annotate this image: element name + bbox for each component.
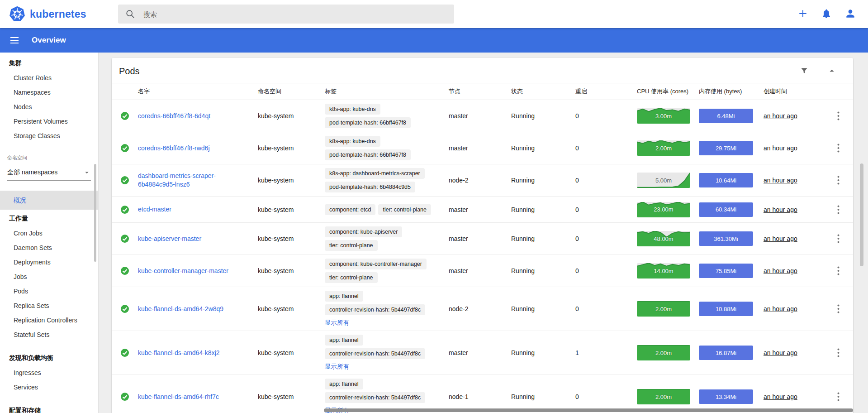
pod-label-chip: pod-template-hash: 66bff467f8 — [325, 117, 411, 128]
search-input[interactable] — [143, 5, 454, 24]
pod-cpu-cell: 2.00m — [637, 389, 699, 404]
sidebar-cluster-items: Cluster RolesNamespacesNodesPersistent V… — [0, 71, 98, 143]
pod-node: master — [449, 206, 511, 213]
pod-status: Running — [511, 112, 575, 120]
create-resource-button[interactable] — [797, 8, 808, 20]
sidebar-item[interactable]: Daemon Sets — [0, 240, 98, 255]
page-title: Overview — [32, 36, 66, 45]
row-menu-button[interactable] — [832, 203, 844, 216]
filter-icon[interactable] — [800, 66, 809, 77]
search-bar[interactable] — [118, 5, 454, 24]
cpu-usage-value: 5.00m — [637, 173, 690, 188]
row-menu-button[interactable] — [832, 264, 844, 277]
sidebar-item[interactable]: Pods — [0, 284, 98, 298]
column-header-node[interactable]: 节点 — [449, 87, 511, 96]
pod-created: an hour ago — [764, 177, 823, 184]
pod-label-chip: k8s-app: kube-dns — [325, 136, 380, 147]
column-header-status[interactable]: 状态 — [511, 87, 575, 96]
column-header-name[interactable]: 名字 — [138, 87, 258, 96]
column-header-created[interactable]: 创建时间 — [764, 87, 823, 96]
main-content: Pods 名字 命名空间 标签 节点 状 — [99, 53, 868, 413]
sidebar-item[interactable]: Cron Jobs — [0, 226, 98, 240]
notifications-bell-button[interactable] — [821, 8, 832, 20]
collapse-card-button[interactable] — [827, 66, 837, 77]
sidebar-item[interactable]: Replica Sets — [0, 298, 98, 313]
pod-name-link[interactable]: kube-flannel-ds-amd64-rhf7c — [138, 393, 219, 401]
vertical-scrollbar-thumb[interactable] — [860, 163, 863, 266]
sidebar-item[interactable]: Namespaces — [0, 85, 98, 100]
memory-usage-bar: 10.88Mi — [699, 302, 753, 316]
pod-label-chips: app: flannelcontroller-revision-hash: 5b… — [325, 379, 444, 403]
pod-table-row: kube-flannel-ds-amd64-k8xj2 kube-system … — [112, 331, 853, 375]
pod-node: master — [449, 112, 511, 120]
cpu-usage-sparkline: 23.00m — [637, 202, 690, 217]
status-ok-icon — [120, 176, 129, 185]
hamburger-menu-button[interactable] — [9, 35, 20, 46]
cpu-usage-sparkline: 3.00m — [637, 108, 690, 124]
sidebar-item[interactable]: Services — [0, 380, 98, 394]
pod-created: an hour ago — [764, 206, 823, 213]
pod-name-link[interactable]: coredns-66bff467f8-6d4qt — [138, 112, 210, 120]
column-header-namespace[interactable]: 命名空间 — [258, 87, 325, 96]
cpu-usage-value: 2.00m — [637, 301, 690, 317]
sidebar-discovery-items: IngressesServices — [0, 365, 98, 394]
sidebar-item[interactable]: Nodes — [0, 100, 98, 114]
row-menu-button[interactable] — [832, 390, 844, 403]
namespace-select[interactable]: 全部 namespaces — [7, 168, 91, 181]
sidebar-item[interactable]: Ingresses — [0, 365, 98, 380]
row-menu-button[interactable] — [832, 346, 844, 359]
created-time: an hour ago — [764, 206, 797, 213]
sidebar-item[interactable]: Cluster Roles — [0, 71, 98, 85]
pod-restarts: 0 — [575, 235, 637, 242]
pod-name-link[interactable]: kube-flannel-ds-amd64-k8xj2 — [138, 349, 220, 357]
pod-label-chip: controller-revision-hash: 5b4497df8c — [325, 392, 425, 403]
pod-namespace: kube-system — [258, 267, 325, 274]
sidebar-item[interactable]: Deployments — [0, 255, 98, 269]
horizontal-scrollbar-thumb[interactable] — [324, 408, 853, 412]
pod-node: node-2 — [449, 177, 511, 184]
sidebar-scrollbar-thumb[interactable] — [94, 164, 96, 262]
sidebar-item[interactable]: Persistent Volumes — [0, 114, 98, 129]
pod-name-link[interactable]: etcd-master — [138, 205, 171, 214]
user-account-button[interactable] — [844, 8, 856, 21]
column-header-restarts[interactable]: 重启 — [575, 87, 637, 96]
sidebar-section-workloads: 工作量 — [0, 211, 98, 226]
sidebar-item[interactable]: Replication Controllers — [0, 313, 98, 327]
pod-cpu-cell: 2.00m — [637, 301, 699, 317]
pod-memory-cell: 10.64Mi — [699, 173, 764, 187]
sidebar-item[interactable]: Storage Classes — [0, 129, 98, 143]
row-menu-button[interactable] — [832, 174, 844, 187]
created-time: an hour ago — [764, 112, 797, 120]
sidebar-item[interactable]: Stateful Sets — [0, 327, 98, 342]
show-all-labels-link[interactable]: 显示所有 — [325, 319, 444, 327]
pod-name-link[interactable]: kube-controller-manager-master — [138, 267, 228, 275]
cpu-usage-sparkline: 5.00m — [637, 173, 690, 188]
pod-label-chip: tier: control-plane — [378, 204, 431, 215]
pod-name-link[interactable]: dashboard-metrics-scraper-6b4884c9d5-lns… — [138, 172, 251, 189]
pod-status: Running — [511, 144, 575, 152]
pod-label-chips: component: kube-apiservertier: control-p… — [325, 226, 444, 251]
sidebar-item-overview[interactable]: 概况 — [0, 191, 98, 210]
pod-name-link[interactable]: kube-flannel-ds-amd64-2w8q9 — [138, 305, 223, 313]
row-menu-button[interactable] — [832, 142, 844, 154]
pod-memory-cell: 13.34Mi — [699, 389, 764, 404]
row-menu-button[interactable] — [832, 110, 844, 122]
topbar-actions — [797, 0, 856, 28]
cpu-usage-value: 3.00m — [637, 108, 690, 124]
pod-node: node-2 — [449, 305, 511, 312]
brand-text: kubernetes — [30, 8, 86, 20]
row-menu-button[interactable] — [832, 232, 844, 245]
sidebar-item[interactable]: Jobs — [0, 269, 98, 284]
memory-usage-value: 6.48Mi — [717, 113, 735, 120]
chevron-down-icon — [83, 168, 91, 177]
pod-memory-cell: 75.85Mi — [699, 264, 764, 278]
pod-name-link[interactable]: kube-apiserver-master — [138, 235, 201, 243]
show-all-labels-link[interactable]: 显示所有 — [325, 363, 444, 371]
column-header-memory: 内存使用 (bytes) — [699, 87, 764, 96]
pod-name-link[interactable]: coredns-66bff467f8-rwd6j — [138, 144, 210, 153]
row-menu-button[interactable] — [832, 303, 844, 315]
kubernetes-brand[interactable]: kubernetes — [9, 6, 86, 22]
cpu-usage-value: 23.00m — [637, 202, 690, 217]
cpu-usage-sparkline: 2.00m — [637, 345, 690, 360]
pod-labels: app: flannelcontroller-revision-hash: 5b… — [325, 291, 449, 327]
